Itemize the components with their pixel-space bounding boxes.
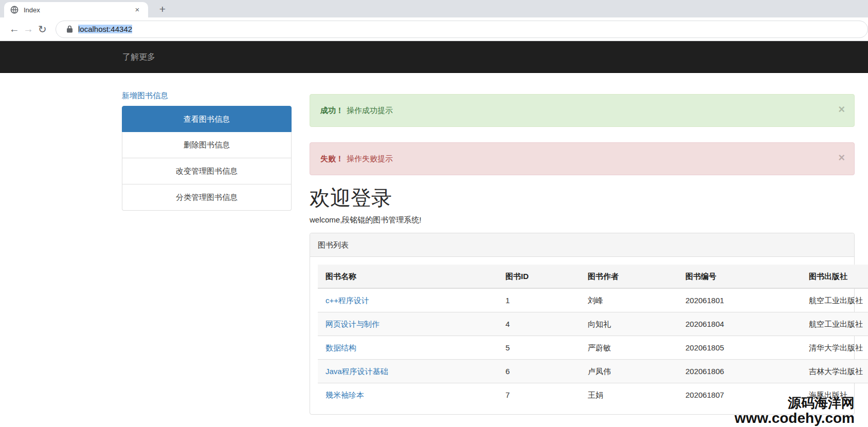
back-icon[interactable]: ←: [7, 23, 21, 35]
main-column: 成功！操作成功提示 × 失败！操作失败提示 × 欢迎登录 welcome,段铭锟…: [310, 94, 855, 415]
watermark-site-url: www.codehy.com: [735, 411, 855, 426]
book-name-link[interactable]: c++程序设计: [326, 296, 369, 305]
tab-title: Index: [24, 6, 133, 14]
table-cell-name: 数据结构: [318, 336, 498, 360]
sidebar-item[interactable]: 分类管理图书信息: [122, 184, 292, 211]
panel-heading: 图书列表: [310, 233, 854, 257]
watermark: 源码海洋网 www.codehy.com: [735, 396, 855, 426]
table-cell-name: c++程序设计: [318, 288, 498, 312]
table-cell-publisher: 清华大学出版社: [801, 336, 868, 360]
table-cell-id: 6: [498, 360, 580, 383]
table-header-cell: 图书出版社: [801, 265, 868, 288]
table-row: 网页设计与制作4向知礼202061804航空工业出版社: [318, 312, 868, 336]
danger-alert: 失败！操作失败提示 ×: [310, 142, 855, 175]
table-cell-name: Java程序设计基础: [318, 360, 498, 383]
table-row: Java程序设计基础6卢凤伟202061806吉林大学出版社: [318, 360, 868, 383]
table-cell-author: 向知礼: [580, 312, 678, 336]
url-text[interactable]: localhost:44342: [78, 25, 132, 33]
success-alert-message: 操作成功提示: [347, 106, 393, 115]
url-selected-text: localhost:44342: [78, 25, 132, 33]
sidebar-item[interactable]: 查看图书信息: [122, 106, 292, 132]
table-cell-publisher: 航空工业出版社: [801, 288, 868, 312]
danger-alert-prefix: 失败！: [320, 154, 343, 163]
site-navbar: 了解更多: [0, 41, 868, 73]
sidebar-item[interactable]: 改变管理图书信息: [122, 158, 292, 184]
welcome-subtitle: welcome,段铭锟的图书管理系统!: [310, 214, 855, 226]
table-header-row: 图书名称图书ID图书作者图书编号图书出版社: [318, 265, 868, 288]
table-row: c++程序设计1刘峰202061801航空工业出版社: [318, 288, 868, 312]
table-cell-number: 202061805: [678, 336, 801, 360]
table-header-cell: 图书ID: [498, 265, 580, 288]
table-cell-publisher: 吉林大学出版社: [801, 360, 868, 383]
table-cell-id: 7: [498, 383, 580, 407]
forward-icon[interactable]: →: [21, 23, 35, 35]
sidebar-item[interactable]: 删除图书信息: [122, 132, 292, 158]
table-cell-author: 王娟: [580, 383, 678, 407]
book-name-link[interactable]: 网页设计与制作: [326, 320, 379, 328]
page-content: 新增图书信息 查看图书信息删除图书信息改变管理图书信息分类管理图书信息 成功！操…: [0, 73, 868, 427]
browser-toolbar: ← → ↻ localhost:44342: [0, 17, 868, 41]
add-book-link[interactable]: 新增图书信息: [122, 91, 168, 101]
globe-favicon-icon: [10, 6, 19, 14]
navbar-more-link[interactable]: 了解更多: [122, 41, 155, 73]
tab-close-icon[interactable]: ×: [133, 5, 142, 14]
table-header-cell: 图书名称: [318, 265, 498, 288]
danger-alert-message: 操作失败提示: [347, 154, 393, 163]
table-cell-number: 202061804: [678, 312, 801, 336]
browser-tab-strip: Index × +: [0, 0, 868, 17]
table-cell-name: 网页设计与制作: [318, 312, 498, 336]
success-alert-prefix: 成功！: [320, 106, 343, 115]
watermark-site-name: 源码海洋网: [735, 396, 855, 411]
sidebar: 新增图书信息 查看图书信息删除图书信息改变管理图书信息分类管理图书信息: [122, 91, 292, 211]
book-name-link[interactable]: Java程序设计基础: [326, 367, 388, 376]
book-table: 图书名称图书ID图书作者图书编号图书出版社 c++程序设计1刘峰20206180…: [318, 265, 868, 406]
lock-icon: [66, 25, 73, 33]
table-cell-author: 刘峰: [580, 288, 678, 312]
page-title: 欢迎登录: [310, 187, 855, 209]
book-name-link[interactable]: 幾米袖珍本: [326, 391, 364, 399]
table-cell-number: 202061801: [678, 288, 801, 312]
success-alert: 成功！操作成功提示 ×: [310, 94, 855, 127]
table-cell-id: 1: [498, 288, 580, 312]
panel-body: 图书名称图书ID图书作者图书编号图书出版社 c++程序设计1刘峰20206180…: [310, 257, 854, 414]
table-row: 数据结构5严蔚敏202061805清华大学出版社: [318, 336, 868, 360]
address-bar[interactable]: localhost:44342: [56, 21, 868, 38]
reload-icon[interactable]: ↻: [35, 23, 49, 35]
table-cell-id: 5: [498, 336, 580, 360]
table-cell-author: 卢凤伟: [580, 360, 678, 383]
new-tab-button[interactable]: +: [155, 3, 170, 17]
success-alert-close-icon[interactable]: ×: [838, 104, 845, 115]
table-cell-publisher: 航空工业出版社: [801, 312, 868, 336]
danger-alert-close-icon[interactable]: ×: [838, 152, 845, 163]
table-cell-id: 4: [498, 312, 580, 336]
table-header-cell: 图书编号: [678, 265, 801, 288]
table-header-cell: 图书作者: [580, 265, 678, 288]
book-list-panel: 图书列表 图书名称图书ID图书作者图书编号图书出版社 c++程序设计1刘峰202…: [310, 233, 855, 415]
sidebar-menu: 查看图书信息删除图书信息改变管理图书信息分类管理图书信息: [122, 106, 292, 211]
table-cell-author: 严蔚敏: [580, 336, 678, 360]
table-cell-name: 幾米袖珍本: [318, 383, 498, 407]
table-cell-number: 202061806: [678, 360, 801, 383]
book-name-link[interactable]: 数据结构: [326, 343, 356, 352]
browser-tab[interactable]: Index ×: [4, 2, 148, 17]
